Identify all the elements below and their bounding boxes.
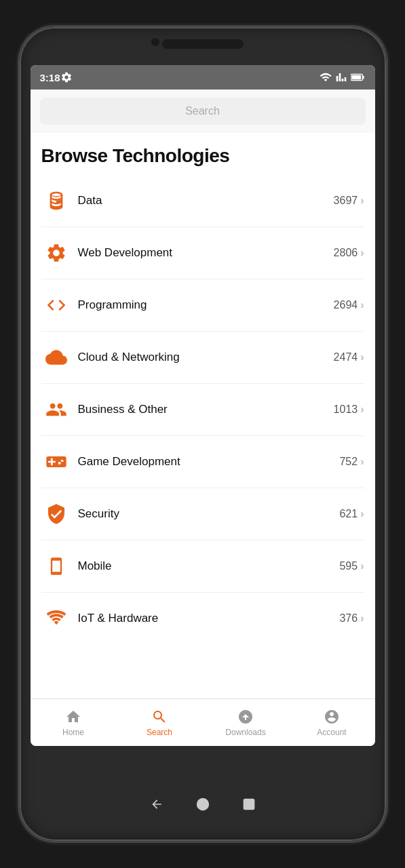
chevron-right-icon: › — [360, 456, 364, 468]
signal-icon — [336, 71, 347, 83]
search-bar[interactable]: Search — [40, 98, 366, 125]
account-icon — [324, 709, 340, 725]
category-count: 752 — [339, 456, 358, 468]
back-button[interactable] — [147, 795, 166, 814]
category-count: 2474 — [334, 351, 358, 363]
category-count: 595 — [339, 560, 358, 572]
status-icons — [320, 71, 366, 83]
phone-shell: 3:18 — [20, 27, 386, 841]
category-label: Cloud & Networking — [78, 351, 334, 364]
list-item[interactable]: Business & Other 1013 › — [41, 384, 364, 436]
nav-item-account[interactable]: Account — [289, 705, 375, 741]
chevron-right-icon: › — [360, 299, 364, 311]
bottom-navigation: Home Search Downloads Account — [31, 698, 375, 746]
svg-rect-1 — [362, 76, 364, 79]
svg-rect-2 — [351, 75, 361, 79]
search-bar-placeholder: Search — [185, 105, 220, 117]
speaker — [162, 39, 244, 49]
category-count: 376 — [339, 612, 358, 625]
phone-bottom-bar — [147, 795, 258, 814]
programming-icon — [41, 290, 71, 320]
list-item[interactable]: Security 621 › — [41, 488, 364, 540]
nav-item-home[interactable]: Home — [31, 705, 117, 741]
settings-status-icon — [60, 71, 73, 83]
chevron-right-icon: › — [360, 247, 364, 259]
list-item[interactable]: Data 3697 › — [41, 175, 364, 227]
downloads-icon — [237, 709, 254, 725]
svg-rect-4 — [244, 800, 254, 810]
mobile-icon — [41, 551, 71, 581]
app-content: Search Browse Technologies Data 3697 › — [31, 90, 375, 698]
category-label: Business & Other — [78, 403, 334, 416]
database-icon — [41, 186, 71, 216]
chevron-right-icon: › — [360, 560, 364, 572]
iot-icon — [41, 604, 71, 633]
nav-home-label: Home — [62, 728, 84, 737]
recents-button[interactable] — [239, 795, 258, 814]
chevron-right-icon: › — [360, 403, 364, 416]
cloud-icon — [41, 342, 71, 372]
category-label: IoT & Hardware — [78, 612, 340, 625]
category-count: 621 — [339, 508, 358, 520]
category-label: Security — [78, 507, 340, 521]
web-development-icon — [41, 238, 71, 268]
main-list: Browse Technologies Data 3697 › — [31, 133, 375, 698]
home-button[interactable] — [193, 795, 212, 814]
category-label: Programming — [78, 298, 334, 312]
search-bar-container: Search — [31, 90, 375, 133]
business-icon — [41, 395, 71, 425]
nav-account-label: Account — [317, 728, 346, 737]
home-icon — [65, 709, 81, 725]
wifi-icon — [320, 71, 332, 83]
chevron-right-icon: › — [360, 508, 364, 520]
category-count: 1013 — [334, 403, 358, 416]
category-label: Mobile — [78, 559, 340, 573]
chevron-right-icon: › — [360, 612, 364, 625]
status-bar: 3:18 — [31, 65, 375, 90]
chevron-right-icon: › — [360, 195, 364, 207]
category-label: Data — [78, 194, 334, 208]
page-title: Browse Technologies — [41, 133, 364, 175]
category-count: 2694 — [334, 299, 358, 311]
category-label: Game Development — [78, 455, 340, 469]
status-time: 3:18 — [40, 72, 60, 83]
list-item[interactable]: Mobile 595 › — [41, 540, 364, 593]
battery-icon — [351, 71, 366, 83]
category-count: 2806 — [334, 247, 358, 259]
list-item[interactable]: IoT & Hardware 376 › — [41, 593, 364, 644]
nav-downloads-label: Downloads — [225, 728, 265, 737]
list-item[interactable]: Game Development 752 › — [41, 436, 364, 488]
nav-item-downloads[interactable]: Downloads — [203, 705, 289, 741]
list-item[interactable]: Programming 2694 › — [41, 279, 364, 332]
camera-dot — [151, 38, 159, 46]
search-nav-icon — [151, 709, 168, 725]
screen: 3:18 — [31, 65, 375, 746]
nav-search-label: Search — [147, 728, 172, 737]
gamepad-icon — [41, 447, 71, 477]
chevron-right-icon: › — [360, 351, 364, 363]
category-label: Web Development — [78, 246, 334, 260]
nav-item-search[interactable]: Search — [117, 705, 203, 741]
list-item[interactable]: Cloud & Networking 2474 › — [41, 332, 364, 384]
shield-check-icon — [41, 499, 71, 529]
list-item[interactable]: Web Development 2806 › — [41, 227, 364, 279]
category-count: 3697 — [334, 195, 358, 207]
svg-point-3 — [197, 799, 208, 810]
